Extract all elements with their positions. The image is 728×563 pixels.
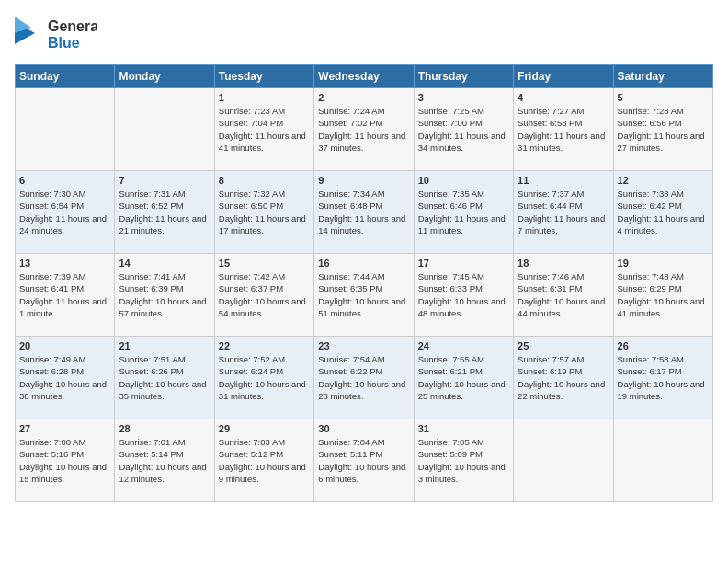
day-detail: Sunrise: 7:52 AMSunset: 6:24 PMDaylight:… <box>219 353 310 402</box>
day-detail: Sunrise: 7:32 AMSunset: 6:50 PMDaylight:… <box>219 188 310 236</box>
day-number: 21 <box>119 340 210 351</box>
weekday-header-saturday: Saturday <box>613 65 712 88</box>
day-detail: Sunrise: 7:58 AMSunset: 6:17 PMDaylight:… <box>618 353 709 402</box>
calendar-cell: 24Sunrise: 7:55 AMSunset: 6:21 PMDayligh… <box>414 337 513 419</box>
calendar-week-row: 6Sunrise: 7:30 AMSunset: 6:54 PMDaylight… <box>16 171 713 254</box>
day-number: 31 <box>418 423 509 434</box>
day-number: 1 <box>219 92 310 103</box>
day-number: 17 <box>418 258 509 269</box>
day-number: 10 <box>418 175 509 186</box>
day-number: 25 <box>518 340 609 351</box>
calendar-cell: 2Sunrise: 7:24 AMSunset: 7:02 PMDaylight… <box>314 88 414 171</box>
day-detail: Sunrise: 7:01 AMSunset: 5:14 PMDaylight:… <box>119 436 210 485</box>
weekday-header-friday: Friday <box>514 65 613 88</box>
weekday-header-sunday: Sunday <box>16 65 115 88</box>
day-number: 26 <box>618 340 709 351</box>
day-detail: Sunrise: 7:49 AMSunset: 6:28 PMDaylight:… <box>19 353 110 402</box>
day-number: 29 <box>219 423 310 434</box>
calendar-week-row: 27Sunrise: 7:00 AMSunset: 5:16 PMDayligh… <box>16 419 713 502</box>
calendar-cell: 17Sunrise: 7:45 AMSunset: 6:33 PMDayligh… <box>414 254 513 337</box>
day-detail: Sunrise: 7:35 AMSunset: 6:46 PMDaylight:… <box>418 188 509 236</box>
calendar-cell: 1Sunrise: 7:23 AMSunset: 7:04 PMDaylight… <box>214 88 313 171</box>
calendar-cell: 19Sunrise: 7:48 AMSunset: 6:29 PMDayligh… <box>613 254 712 337</box>
calendar-cell: 18Sunrise: 7:46 AMSunset: 6:31 PMDayligh… <box>514 254 613 337</box>
calendar-cell: 5Sunrise: 7:28 AMSunset: 6:56 PMDaylight… <box>613 88 712 171</box>
day-number: 7 <box>119 175 210 186</box>
calendar-cell: 12Sunrise: 7:38 AMSunset: 6:42 PMDayligh… <box>613 171 712 254</box>
day-detail: Sunrise: 7:28 AMSunset: 6:56 PMDaylight:… <box>618 105 709 154</box>
day-detail: Sunrise: 7:44 AMSunset: 6:35 PMDaylight:… <box>318 270 409 319</box>
day-detail: Sunrise: 7:42 AMSunset: 6:37 PMDaylight:… <box>219 270 310 319</box>
page-header: GeneralBlue <box>15 15 713 53</box>
day-detail: Sunrise: 7:31 AMSunset: 6:52 PMDaylight:… <box>119 188 210 236</box>
day-number: 6 <box>19 175 110 186</box>
day-detail: Sunrise: 7:54 AMSunset: 6:22 PMDaylight:… <box>318 353 409 402</box>
calendar-cell: 22Sunrise: 7:52 AMSunset: 6:24 PMDayligh… <box>214 337 313 419</box>
day-detail: Sunrise: 7:37 AMSunset: 6:44 PMDaylight:… <box>518 188 609 236</box>
weekday-header-wednesday: Wednesday <box>314 65 414 88</box>
calendar-cell: 28Sunrise: 7:01 AMSunset: 5:14 PMDayligh… <box>115 419 214 502</box>
day-number: 12 <box>618 175 709 186</box>
calendar-cell: 10Sunrise: 7:35 AMSunset: 6:46 PMDayligh… <box>414 171 513 254</box>
calendar-cell: 25Sunrise: 7:57 AMSunset: 6:19 PMDayligh… <box>514 337 613 419</box>
calendar-cell: 16Sunrise: 7:44 AMSunset: 6:35 PMDayligh… <box>314 254 414 337</box>
day-detail: Sunrise: 7:00 AMSunset: 5:16 PMDaylight:… <box>19 436 110 485</box>
calendar-cell: 29Sunrise: 7:03 AMSunset: 5:12 PMDayligh… <box>214 419 313 502</box>
day-number: 23 <box>318 340 409 351</box>
day-number: 15 <box>219 258 310 269</box>
weekday-header-thursday: Thursday <box>414 65 513 88</box>
calendar-week-row: 1Sunrise: 7:23 AMSunset: 7:04 PMDaylight… <box>16 88 713 171</box>
day-number: 16 <box>318 258 409 269</box>
day-detail: Sunrise: 7:51 AMSunset: 6:26 PMDaylight:… <box>119 353 210 402</box>
day-number: 22 <box>219 340 310 351</box>
calendar-cell: 6Sunrise: 7:30 AMSunset: 6:54 PMDaylight… <box>16 171 115 254</box>
day-number: 8 <box>219 175 310 186</box>
weekday-header-tuesday: Tuesday <box>214 65 313 88</box>
calendar-cell: 30Sunrise: 7:04 AMSunset: 5:11 PMDayligh… <box>314 419 414 502</box>
day-detail: Sunrise: 7:48 AMSunset: 6:29 PMDaylight:… <box>618 270 709 319</box>
day-detail: Sunrise: 7:34 AMSunset: 6:48 PMDaylight:… <box>318 188 409 236</box>
calendar-cell: 31Sunrise: 7:05 AMSunset: 5:09 PMDayligh… <box>414 419 513 502</box>
day-detail: Sunrise: 7:39 AMSunset: 6:41 PMDaylight:… <box>19 270 110 319</box>
day-number: 19 <box>618 258 709 269</box>
calendar-week-row: 20Sunrise: 7:49 AMSunset: 6:28 PMDayligh… <box>16 337 713 419</box>
day-number: 28 <box>119 423 210 434</box>
weekday-header-monday: Monday <box>115 65 214 88</box>
day-detail: Sunrise: 7:46 AMSunset: 6:31 PMDaylight:… <box>518 270 609 319</box>
day-detail: Sunrise: 7:41 AMSunset: 6:39 PMDaylight:… <box>119 270 210 319</box>
day-number: 18 <box>518 258 609 269</box>
calendar-header-row: SundayMondayTuesdayWednesdayThursdayFrid… <box>16 65 713 88</box>
day-detail: Sunrise: 7:55 AMSunset: 6:21 PMDaylight:… <box>418 353 509 402</box>
day-detail: Sunrise: 7:23 AMSunset: 7:04 PMDaylight:… <box>219 105 310 154</box>
day-number: 20 <box>19 340 110 351</box>
calendar-cell <box>613 419 712 502</box>
calendar-cell: 26Sunrise: 7:58 AMSunset: 6:17 PMDayligh… <box>613 337 712 419</box>
day-number: 14 <box>119 258 210 269</box>
calendar-cell: 23Sunrise: 7:54 AMSunset: 6:22 PMDayligh… <box>314 337 414 419</box>
day-number: 27 <box>19 423 110 434</box>
day-number: 30 <box>318 423 409 434</box>
calendar-cell: 9Sunrise: 7:34 AMSunset: 6:48 PMDaylight… <box>314 171 414 254</box>
day-detail: Sunrise: 7:03 AMSunset: 5:12 PMDaylight:… <box>219 436 310 485</box>
calendar-cell: 13Sunrise: 7:39 AMSunset: 6:41 PMDayligh… <box>16 254 115 337</box>
day-number: 24 <box>418 340 509 351</box>
calendar-cell: 15Sunrise: 7:42 AMSunset: 6:37 PMDayligh… <box>214 254 313 337</box>
day-number: 5 <box>618 92 709 103</box>
day-detail: Sunrise: 7:45 AMSunset: 6:33 PMDaylight:… <box>418 270 509 319</box>
calendar-cell: 21Sunrise: 7:51 AMSunset: 6:26 PMDayligh… <box>115 337 214 419</box>
calendar-cell: 20Sunrise: 7:49 AMSunset: 6:28 PMDayligh… <box>16 337 115 419</box>
day-detail: Sunrise: 7:05 AMSunset: 5:09 PMDaylight:… <box>418 436 509 485</box>
logo: GeneralBlue <box>15 15 97 53</box>
calendar-cell <box>115 88 214 171</box>
day-detail: Sunrise: 7:27 AMSunset: 6:58 PMDaylight:… <box>518 105 609 154</box>
svg-text:General: General <box>48 18 97 34</box>
calendar-cell <box>16 88 115 171</box>
calendar-cell: 14Sunrise: 7:41 AMSunset: 6:39 PMDayligh… <box>115 254 214 337</box>
day-number: 13 <box>19 258 110 269</box>
calendar-cell: 8Sunrise: 7:32 AMSunset: 6:50 PMDaylight… <box>214 171 313 254</box>
day-detail: Sunrise: 7:38 AMSunset: 6:42 PMDaylight:… <box>618 188 709 236</box>
calendar-cell: 27Sunrise: 7:00 AMSunset: 5:16 PMDayligh… <box>16 419 115 502</box>
calendar-week-row: 13Sunrise: 7:39 AMSunset: 6:41 PMDayligh… <box>16 254 713 337</box>
day-number: 4 <box>518 92 609 103</box>
day-number: 9 <box>318 175 409 186</box>
